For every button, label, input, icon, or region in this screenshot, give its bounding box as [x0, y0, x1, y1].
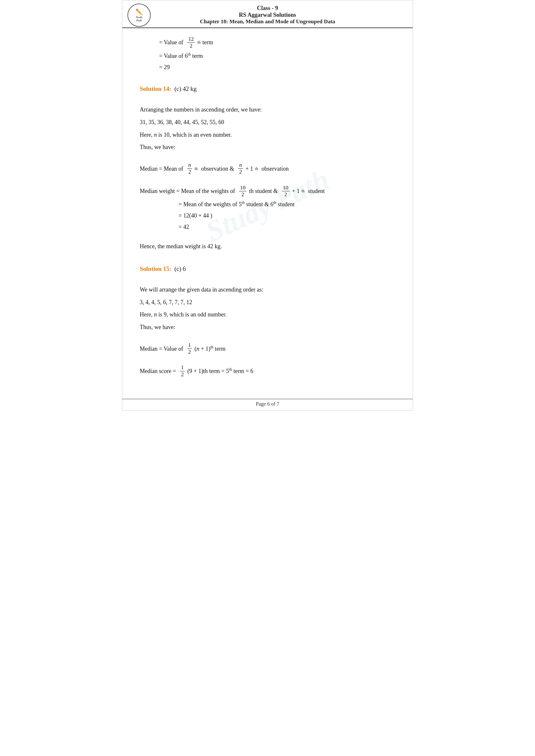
mw-line2: = 12(40 + 44 )	[140, 211, 395, 220]
median15-label: Median = Value of	[140, 343, 185, 355]
median-formula-line: Median = Mean of n 2 th observation & n …	[140, 162, 395, 176]
median-label: Median = Mean of	[140, 163, 185, 175]
logo-text-path: Path	[136, 19, 142, 22]
solution15-header: Solution 15: (c) 6	[140, 265, 395, 273]
score-expr: (9 + 1)th term = 5th term = 6	[187, 365, 253, 377]
header-rs: RS Aggarwal Solutions	[126, 12, 409, 18]
n2-th: th	[195, 165, 198, 173]
n-plus1-expr: (n + 1)th term	[194, 343, 225, 355]
sol14-numbers: 31, 35, 36, 38, 40, 44, 45, 52, 55, 60	[140, 117, 395, 127]
half2-frac: 1 2	[180, 364, 185, 378]
n2-frac: n 2	[187, 162, 192, 176]
top-line2: = Value of 6th term	[140, 51, 395, 61]
sol15-text1: We will arrange the given data in ascend…	[140, 285, 395, 295]
mw-student2: student	[307, 185, 325, 197]
header: ✏️ Study Path Class - 9 RS Aggarwal Solu…	[122, 0, 413, 28]
mw-line1: = Mean of the weights of 5th student & 6…	[140, 200, 395, 209]
solution14-label: Solution 14:	[140, 85, 171, 92]
obs-and: observation &	[200, 163, 236, 175]
ten2-frac: 10 2	[239, 185, 246, 198]
median-score-line: Median score = 1 2 (9 + 1)th term = 5th …	[140, 364, 395, 378]
solution14-answer: (c) 42 kg	[173, 85, 196, 92]
sol14-text1: Arranging the numbers in ascending order…	[140, 105, 395, 115]
ten2p1-frac: 10 2	[282, 185, 290, 198]
logo-icon: ✏️	[135, 9, 143, 15]
header-chapter: Chapter 18: Mean, Median and Mode of Ung…	[126, 18, 409, 25]
footer: Page 6 of 7	[122, 399, 413, 407]
sol15-text3: Thus, we have:	[140, 322, 395, 332]
score-label: Median score =	[140, 365, 178, 377]
mw-label: Median weight = Mean of the weights of	[140, 185, 237, 197]
header-class: Class - 9	[126, 5, 409, 12]
top-eq3: = 29	[159, 63, 170, 72]
top-eq1-label: = Value of	[159, 38, 185, 47]
sol14-conclusion: Hence, the median weight is 42 kg.	[140, 241, 395, 252]
logo-text-study: Study	[135, 15, 142, 19]
solution15-label: Solution 15:	[140, 265, 171, 272]
median15-formula-line: Median = Value of 1 2 (n + 1)th term	[140, 342, 395, 356]
top-th: th	[197, 40, 200, 45]
solution15-answer: (c) 6	[173, 265, 186, 272]
top-frac: 12 2	[187, 36, 195, 49]
sol15-numbers: 3, 4, 4, 5, 6, 7, 7, 7, 12	[140, 297, 395, 308]
obs2: observation	[260, 163, 289, 175]
plus1: + 1	[245, 163, 253, 175]
top-term: term	[203, 38, 213, 47]
content: = Value of 12 2 th term = Value of 6th t…	[122, 28, 413, 383]
solution14-header: Solution 14: (c) 42 kg	[140, 85, 395, 93]
sol15-text2: Here, n is 9, which is an odd number.	[140, 310, 395, 320]
mw-line3: = 42	[140, 222, 395, 232]
top-line3: = 29	[140, 63, 395, 72]
half-frac: 1 2	[187, 342, 192, 356]
page-wrapper: Study Path ✏️ Study Path Class - 9 RS Ag…	[122, 0, 413, 411]
page-number: Page 6 of 7	[256, 401, 279, 407]
sol14-text3: Thus, we have:	[140, 142, 395, 152]
mw-th: th	[301, 187, 304, 195]
median-weight-line: Median weight = Mean of the weights of 1…	[140, 185, 395, 198]
top-eq2: = Value of 6th term	[159, 51, 203, 61]
n2p1-frac: n 2	[238, 162, 243, 176]
logo: ✏️ Study Path	[127, 4, 151, 27]
mw-plus1: + 1	[292, 185, 300, 197]
n2p1-th: th	[255, 165, 258, 173]
mw-th-student: th student &	[249, 185, 279, 197]
sol14-text2: Here, n is 10, which is an even number.	[140, 130, 395, 140]
top-line1: = Value of 12 2 th term	[140, 36, 395, 49]
